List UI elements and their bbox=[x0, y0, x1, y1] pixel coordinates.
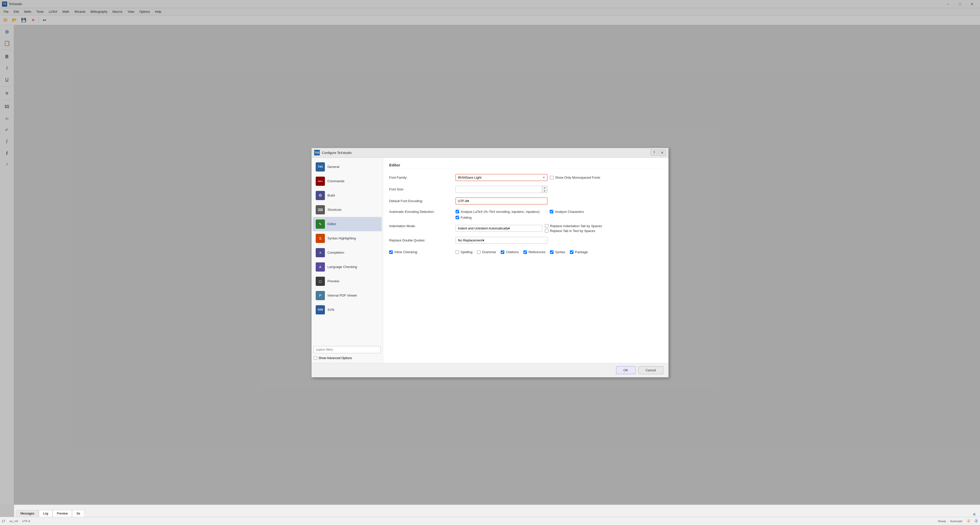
show-monospaced-checkbox[interactable] bbox=[550, 176, 554, 180]
analyze-latex-checkbox[interactable] bbox=[455, 210, 459, 213]
spinbox-down-btn[interactable]: ▼ bbox=[542, 189, 547, 193]
syntax-checkbox[interactable] bbox=[550, 250, 554, 254]
nav-item-build[interactable]: ⚙ Build bbox=[313, 188, 382, 203]
dialog-titlebar: TXS Configure TeXstudio ? ✕ bbox=[312, 148, 668, 158]
encoding-combobox[interactable]: UTF-8 ▾ bbox=[455, 197, 547, 204]
references-label[interactable]: References bbox=[528, 250, 546, 254]
dialog-content: Editor Font Family: IRANSans Light ▼ Sho… bbox=[383, 158, 668, 363]
replace-quotes-combobox[interactable]: No Replacement ▾ bbox=[455, 237, 547, 244]
bottom-close-btn[interactable]: ✕ bbox=[970, 512, 978, 517]
indentation-combobox[interactable]: Indent and Unindent Automatically ▾ bbox=[455, 225, 542, 232]
font-family-control: IRANSans Light ▼ Show Only Monospaced Fo… bbox=[455, 174, 662, 181]
show-advanced-area: Show Advanced Options bbox=[313, 354, 382, 361]
show-monospaced-label[interactable]: Show Only Monospaced Fonts bbox=[555, 176, 600, 180]
nav-label-preview: Preview bbox=[328, 279, 339, 283]
nav-item-preview[interactable]: ◻ Preview bbox=[313, 274, 382, 288]
nav-item-commands[interactable]: latex Commands bbox=[313, 174, 382, 188]
tab-preview[interactable]: Preview bbox=[52, 510, 72, 517]
dialog-close-btn[interactable]: ✕ bbox=[659, 150, 666, 156]
package-checkbox[interactable] bbox=[570, 250, 573, 254]
dialog-body: TXS General latex Commands ⚙ Build bbox=[312, 158, 668, 363]
folding-row: Folding bbox=[455, 216, 472, 220]
section-title: Editor bbox=[389, 163, 662, 169]
nav-item-language[interactable]: A Language Checking bbox=[313, 260, 382, 274]
tab-messages[interactable]: Messages bbox=[16, 510, 39, 517]
indentation-options: Replace Indentation Tab by Spaces Replac… bbox=[545, 224, 602, 233]
encoding-arrow-icon: ▾ bbox=[467, 199, 469, 203]
nav-item-general[interactable]: TXS General bbox=[313, 160, 382, 174]
font-size-spinbox: 11 ▲ ▼ bbox=[455, 186, 547, 193]
nav-label-pdf: Internal PDF Viewer bbox=[328, 294, 357, 298]
syntax-row: Syntax bbox=[550, 250, 565, 254]
folding-checkbox[interactable] bbox=[455, 216, 459, 219]
spelling-label[interactable]: Spelling bbox=[461, 250, 473, 254]
statusbar-encoding: UTF-8 bbox=[22, 520, 30, 523]
replace-tab-text-checkbox[interactable] bbox=[545, 229, 549, 232]
option-filter-input[interactable] bbox=[313, 346, 381, 353]
grammar-label[interactable]: Grammar bbox=[482, 250, 496, 254]
auto-encoding-control: Analyze LaTeX (% !TeX encoding, inputenc… bbox=[455, 210, 662, 220]
nav-label-shortcuts: Shortcuts bbox=[328, 208, 342, 212]
nav-label-completion: Completion bbox=[328, 251, 344, 255]
nav-item-syntax[interactable]: S Syntax Highlighting bbox=[313, 231, 382, 245]
folding-label[interactable]: Folding bbox=[461, 216, 472, 220]
cancel-button[interactable]: Cancel bbox=[638, 366, 663, 374]
nav-icon-general: TXS bbox=[316, 162, 325, 172]
font-size-input[interactable]: 11 bbox=[456, 186, 542, 192]
nav-item-pdf[interactable]: P Internal PDF Viewer bbox=[313, 288, 382, 303]
statusbar-lt: LT bbox=[2, 519, 5, 523]
font-family-combobox[interactable]: IRANSans Light ▼ bbox=[455, 174, 547, 181]
spinbox-up-btn[interactable]: ▲ bbox=[542, 186, 547, 189]
analyze-chars-checkbox[interactable] bbox=[550, 210, 553, 213]
nav-icon-build: ⚙ bbox=[316, 191, 325, 200]
show-monospaced-row: Show Only Monospaced Fonts bbox=[550, 176, 600, 180]
nav-icon-language: A bbox=[316, 262, 325, 272]
font-family-value: IRANSans Light bbox=[458, 176, 541, 180]
grammar-checkbox[interactable] bbox=[477, 250, 480, 254]
dialog-title: Configure TeXstudio bbox=[322, 151, 352, 155]
show-advanced-checkbox[interactable] bbox=[313, 356, 317, 360]
tab-se[interactable]: Se bbox=[72, 510, 84, 517]
analyze-latex-label[interactable]: Analyze LaTeX (% !TeX encoding, inputenc… bbox=[461, 210, 539, 214]
nav-item-svn[interactable]: SVN SVN bbox=[313, 303, 382, 317]
indentation-value: Indent and Unindent Automatically bbox=[458, 226, 508, 230]
statusbar-icon1: ① bbox=[967, 519, 970, 523]
spinbox-buttons: ▲ ▼ bbox=[542, 186, 547, 193]
citations-label[interactable]: Citations bbox=[506, 250, 519, 254]
nav-item-completion[interactable]: ≡ Completion bbox=[313, 245, 382, 260]
font-family-row: Font Family: IRANSans Light ▼ Show Only … bbox=[389, 173, 662, 182]
tab-log[interactable]: Log bbox=[39, 510, 52, 517]
nav-icon-svn: SVN bbox=[316, 305, 325, 315]
indentation-control: Indent and Unindent Automatically ▾ Repl… bbox=[455, 224, 662, 233]
nav-label-syntax: Syntax Highlighting bbox=[328, 236, 356, 240]
replace-quotes-value: No Replacement bbox=[458, 239, 483, 242]
references-checkbox[interactable] bbox=[523, 250, 527, 254]
replace-quotes-row: Replace Double Quotes: No Replacement ▾ bbox=[389, 236, 662, 245]
citations-checkbox[interactable] bbox=[501, 250, 504, 254]
font-size-row: Font Size: 11 ▲ ▼ bbox=[389, 185, 662, 194]
replace-indent-tab-label[interactable]: Replace Indentation Tab by Spaces bbox=[550, 224, 602, 228]
indentation-label: Indentation Mode: bbox=[389, 224, 455, 228]
nav-label-general: General bbox=[328, 165, 339, 169]
statusbar-icon2: ② bbox=[974, 519, 978, 523]
ok-button[interactable]: OK bbox=[616, 366, 636, 374]
option-filter-area bbox=[313, 344, 382, 354]
dialog-help-btn[interactable]: ? bbox=[651, 150, 658, 156]
dialog-titlebar-controls: ? ✕ bbox=[651, 150, 666, 156]
inline-checking-checkbox[interactable] bbox=[389, 250, 393, 254]
font-size-label: Font Size: bbox=[389, 187, 455, 191]
nav-icon-editor: ✎ bbox=[316, 220, 325, 229]
nav-icon-completion: ≡ bbox=[316, 248, 325, 257]
show-advanced-label[interactable]: Show Advanced Options bbox=[318, 356, 352, 360]
nav-item-editor[interactable]: ✎ Editor bbox=[313, 217, 382, 231]
replace-indent-tab-checkbox[interactable] bbox=[545, 224, 549, 228]
nav-item-shortcuts[interactable]: ⌨ Shortcuts bbox=[313, 203, 382, 217]
inline-checking-label[interactable]: Inline Checking: bbox=[394, 250, 418, 254]
analyze-chars-label[interactable]: Analyze Characters bbox=[555, 210, 584, 214]
syntax-label[interactable]: Syntax bbox=[555, 250, 565, 254]
dialog-icon: TXS bbox=[314, 150, 320, 156]
replace-tab-text-label[interactable]: Replace Tab in Text by Spaces bbox=[550, 229, 595, 233]
spelling-checkbox[interactable] bbox=[455, 250, 459, 254]
package-label[interactable]: Package bbox=[575, 250, 588, 254]
analyze-latex-row: Analyze LaTeX (% !TeX encoding, inputenc… bbox=[455, 210, 539, 214]
